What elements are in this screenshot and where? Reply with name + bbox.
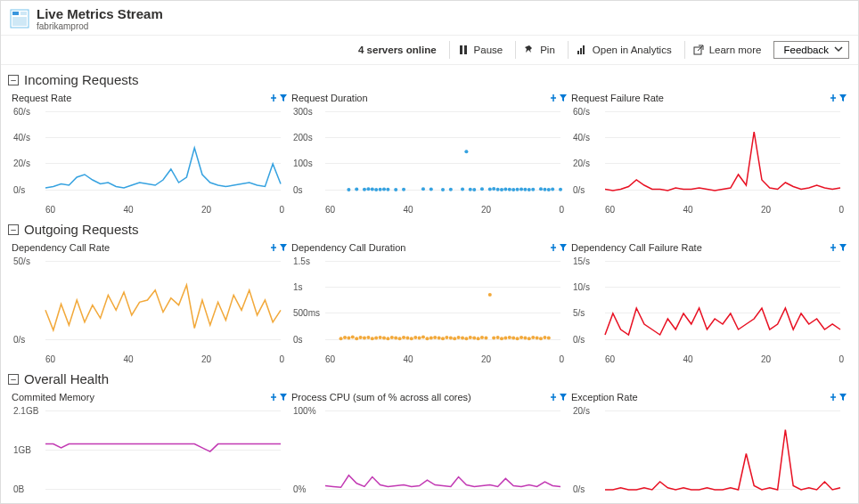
svg-point-83 (480, 336, 484, 339)
y-tick-label: 60/s (13, 106, 30, 116)
svg-rect-1 (12, 12, 19, 15)
svg-point-89 (503, 337, 507, 340)
y-tick-label: 40/s (573, 132, 590, 142)
overall-row: Commited Memory 0B1GB2.1GB6040200 Proces… (1, 390, 858, 504)
chart-filter-icon[interactable] (829, 393, 847, 402)
chart-dep-failure: Dependency Call Failure Rate 0/s5/s10/s1… (569, 240, 849, 364)
open-analytics-button[interactable]: Open in Analytics (568, 41, 679, 59)
svg-point-46 (559, 188, 562, 191)
chart-title: Process CPU (sum of % across all cores) (291, 392, 471, 402)
svg-point-96 (531, 336, 535, 339)
feedback-button[interactable]: Feedback (773, 41, 849, 59)
open-analytics-label: Open in Analytics (593, 45, 672, 55)
svg-point-26 (464, 150, 468, 153)
svg-point-15 (374, 188, 378, 191)
chart-filter-icon[interactable] (269, 243, 288, 252)
svg-point-87 (496, 336, 500, 339)
svg-point-81 (472, 337, 476, 340)
y-tick-label: 1GB (13, 444, 31, 454)
analytics-icon (576, 44, 588, 56)
svg-point-36 (511, 188, 515, 191)
svg-point-56 (374, 337, 378, 340)
svg-rect-6 (577, 51, 579, 54)
chart-filter-icon[interactable] (269, 393, 288, 402)
svg-point-60 (390, 336, 394, 339)
svg-point-85 (488, 293, 492, 297)
chart-filter-icon[interactable] (549, 93, 568, 102)
svg-point-30 (488, 188, 492, 191)
chart-title: Exception Rate (571, 392, 638, 402)
y-tick-label: 0s (293, 184, 303, 194)
svg-point-37 (516, 188, 519, 191)
y-tick-label: 0% (293, 484, 306, 493)
svg-point-82 (477, 337, 480, 340)
learn-more-button[interactable]: Learn more (684, 41, 769, 59)
svg-point-22 (430, 188, 433, 191)
svg-point-66 (413, 336, 417, 339)
svg-point-77 (457, 336, 461, 339)
y-tick-label: 40/s (13, 132, 30, 142)
x-tick-label: 40 (403, 354, 413, 364)
collapse-icon[interactable]: – (8, 75, 19, 85)
svg-point-31 (492, 187, 495, 191)
x-tick-label: 60 (45, 354, 55, 364)
outgoing-row: Dependency Call Rate 0/s50/s6040200 Depe… (1, 240, 858, 364)
chart-title: Request Duration (291, 93, 368, 103)
y-tick-label: 15/s (573, 256, 590, 265)
x-tick-label: 60 (325, 354, 335, 364)
svg-point-68 (421, 335, 425, 338)
svg-point-14 (371, 188, 374, 191)
y-tick-label: 2.1GB (13, 405, 38, 415)
y-tick-label: 5/s (573, 308, 585, 318)
collapse-icon[interactable]: – (8, 224, 19, 235)
y-tick-label: 200s (293, 132, 313, 142)
chart-filter-icon[interactable] (549, 393, 568, 402)
svg-point-61 (394, 337, 397, 340)
y-tick-label: 20/s (13, 159, 30, 168)
svg-point-20 (402, 188, 405, 191)
chart-cpu: Process CPU (sum of % across all cores) … (290, 390, 569, 504)
chart-filter-icon[interactable] (269, 93, 288, 102)
y-tick-label: 20/s (573, 405, 590, 415)
svg-point-90 (508, 336, 511, 339)
pause-icon (457, 44, 470, 56)
svg-point-62 (398, 337, 402, 340)
y-tick-label: 0/s (13, 184, 25, 194)
svg-point-73 (441, 337, 445, 340)
svg-point-80 (469, 336, 472, 339)
y-tick-label: 10/s (573, 281, 590, 291)
y-tick-label: 0/s (13, 334, 25, 344)
chart-filter-icon[interactable] (829, 243, 847, 252)
chart-filter-icon[interactable] (549, 243, 568, 252)
svg-rect-7 (580, 48, 582, 54)
x-tick-label: 40 (123, 205, 133, 215)
svg-rect-3 (12, 17, 27, 26)
svg-point-92 (516, 337, 519, 340)
x-tick-label: 20 (761, 354, 771, 364)
svg-point-32 (496, 188, 500, 191)
x-tick-label: 0 (279, 354, 284, 364)
svg-point-23 (441, 188, 445, 191)
pin-button[interactable]: Pin (515, 41, 562, 59)
app-icon (10, 9, 29, 28)
svg-point-88 (500, 337, 503, 340)
y-tick-label: 0/s (573, 184, 585, 194)
svg-point-57 (379, 336, 382, 339)
svg-point-40 (528, 188, 531, 191)
y-tick-label: 0B (13, 484, 24, 493)
x-tick-label: 0 (559, 205, 564, 215)
pause-button[interactable]: Pause (449, 41, 511, 59)
chart-filter-icon[interactable] (829, 93, 847, 102)
svg-point-71 (433, 336, 437, 339)
collapse-icon[interactable]: – (8, 374, 19, 385)
pin-icon (523, 44, 536, 56)
svg-point-86 (492, 337, 495, 340)
page-subtitle: fabrikamprod (37, 21, 163, 31)
svg-point-24 (449, 188, 453, 191)
feedback-label: Feedback (783, 45, 829, 55)
svg-point-16 (379, 188, 382, 191)
chart-dep-rate: Dependency Call Rate 0/s50/s6040200 (10, 240, 290, 364)
svg-point-55 (371, 337, 374, 340)
x-tick-label: 20 (481, 354, 491, 364)
svg-point-50 (351, 335, 355, 338)
